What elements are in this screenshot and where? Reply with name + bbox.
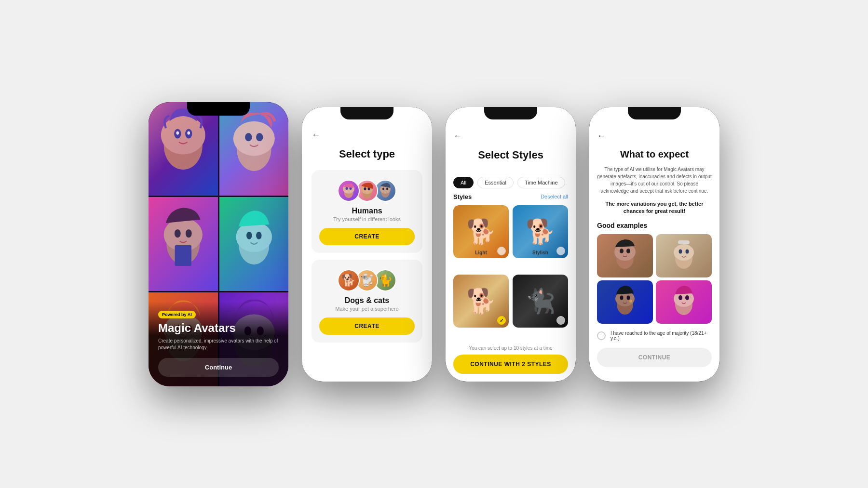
style-cat-checkbox[interactable]: [556, 316, 565, 325]
svg-point-41: [620, 249, 624, 253]
svg-point-37: [382, 187, 384, 190]
svg-point-17: [246, 232, 251, 239]
example-img-1: [597, 234, 653, 277]
svg-point-52: [629, 300, 632, 303]
phones-container: Powered by AI Magic Avatars Create perso…: [149, 102, 719, 386]
avatar-face-2: [219, 102, 289, 196]
expect-description: The type of AI we utilise for Magic Avat…: [597, 166, 712, 195]
svg-point-56: [685, 295, 689, 300]
expect-bold-text: The more variations you get, the better …: [597, 200, 712, 215]
age-check-row: I have reached to the age of majority (1…: [597, 330, 712, 341]
svg-point-9: [256, 133, 263, 141]
app-title: Magic Avatars: [158, 321, 279, 335]
svg-point-18: [256, 232, 261, 239]
phone4-screen: ← What to expect The type of AI we utili…: [589, 107, 719, 382]
phone3-screen: ← Select Styles All Essential Time Machi…: [446, 107, 576, 382]
filter-essential[interactable]: Essential: [477, 177, 514, 188]
good-examples-label: Good examples: [597, 222, 712, 229]
svg-rect-14: [175, 245, 191, 266]
phone4-notch: [628, 107, 681, 119]
expect-title: What to expect: [597, 149, 712, 160]
styles-grid: 🐕 Light 🐕 Stylish 🐕 ✓: [453, 205, 568, 341]
example-img-4: [656, 280, 712, 324]
phone-4: ← What to expect The type of AI we utili…: [589, 107, 719, 382]
pet-avatars: 🐕 🐩 🐈: [319, 269, 415, 291]
filter-all[interactable]: All: [453, 177, 474, 188]
age-check-text: I have reached to the age of majority (1…: [610, 330, 712, 341]
humans-card: Humans Try yourself in different looks C…: [312, 170, 422, 253]
humans-avatars: [319, 180, 415, 202]
svg-point-12: [175, 229, 181, 237]
phone1-screen: Powered by AI Magic Avatars Create perso…: [149, 102, 288, 386]
dogs-cats-create-button[interactable]: CREATE: [319, 317, 415, 335]
svg-point-55: [678, 295, 682, 300]
avatar-cell-2: [219, 102, 289, 196]
svg-point-5: [187, 131, 190, 134]
phone-1: Powered by AI Magic Avatars Create perso…: [149, 102, 288, 386]
humans-create-button[interactable]: CREATE: [319, 228, 415, 245]
style-stylish-checkbox[interactable]: [556, 247, 565, 255]
powered-badge: Powered by AI: [158, 311, 196, 318]
dogs-cats-name: Dogs & cats: [319, 296, 415, 305]
filter-time-machine[interactable]: Time Machine: [517, 177, 565, 188]
select-info: You can select up to 10 styles at a time: [453, 345, 568, 351]
humans-subtitle: Try yourself in different looks: [319, 216, 415, 222]
svg-point-7: [233, 121, 274, 156]
app-description: Create personalized, impressive avatars …: [158, 338, 279, 351]
example-img-2: [656, 234, 712, 277]
humans-name: Humans: [319, 207, 415, 215]
svg-point-1: [161, 116, 205, 154]
phone2-screen: ← Select type: [302, 107, 432, 382]
phone4-continue-button[interactable]: CONTINUE: [597, 348, 712, 367]
svg-rect-47: [678, 240, 690, 244]
filter-row: All Essential Time Machine: [453, 177, 568, 188]
svg-point-46: [686, 250, 689, 254]
svg-point-33: [364, 187, 366, 190]
dogs-cats-card: 🐕 🐩 🐈 Dogs & cats Make your pet a superh…: [312, 260, 422, 343]
pet-avatar-1: 🐕: [338, 269, 360, 291]
avatar-cell-3: [149, 197, 218, 291]
svg-point-8: [245, 133, 252, 141]
style-checked-checkbox[interactable]: ✓: [497, 316, 506, 325]
human-avatar-1: [338, 180, 360, 202]
phone2-notch: [340, 107, 393, 119]
phone1-notch: [187, 102, 250, 116]
phone3-continue-button[interactable]: CONTINUE WITH 2 STYLES: [453, 355, 568, 374]
avatar-face-4: [219, 197, 289, 291]
svg-point-51: [627, 296, 630, 300]
style-item-light[interactable]: 🐕 Light: [453, 205, 509, 258]
phone-2: ← Select type: [302, 107, 432, 382]
phone1-continue-button[interactable]: Continue: [158, 358, 279, 377]
examples-grid: [597, 234, 712, 324]
dogs-cats-subtitle: Make your pet a superhero: [319, 306, 415, 312]
svg-point-42: [626, 249, 630, 253]
avatar-face-3: [149, 197, 218, 291]
example-img-3: [597, 280, 653, 324]
phone3-notch: [484, 107, 537, 119]
phone2-back-arrow[interactable]: ←: [312, 130, 422, 140]
style-light-checkbox[interactable]: [497, 247, 506, 255]
avatar-cell-4: [219, 197, 289, 291]
phone3-title: Select Styles: [453, 149, 568, 161]
svg-point-44: [674, 244, 694, 261]
phone3-back-arrow[interactable]: ←: [453, 131, 568, 141]
phone4-back-arrow[interactable]: ←: [597, 131, 712, 141]
bottom-overlay: Powered by AI Magic Avatars Create perso…: [149, 302, 288, 386]
svg-point-29: [346, 187, 348, 190]
phone2-title: Select type: [312, 148, 422, 160]
avatar-face-1: [149, 102, 218, 196]
svg-point-13: [186, 229, 192, 237]
svg-point-38: [386, 187, 388, 190]
phone-3: ← Select Styles All Essential Time Machi…: [446, 107, 576, 382]
avatar-cell-1: [149, 102, 218, 196]
style-item-checked[interactable]: 🐕 ✓: [453, 275, 509, 328]
age-radio-button[interactable]: [597, 331, 606, 340]
style-item-cat[interactable]: 🐈‍⬛: [513, 275, 568, 328]
svg-point-45: [679, 250, 682, 254]
svg-point-4: [176, 131, 179, 134]
styles-label: Styles: [453, 193, 472, 200]
svg-point-50: [620, 296, 624, 300]
deselect-all-button[interactable]: Deselect all: [541, 194, 568, 199]
styles-header: Styles Deselect all: [453, 193, 568, 200]
style-item-stylish[interactable]: 🐕 Stylish: [513, 205, 568, 258]
